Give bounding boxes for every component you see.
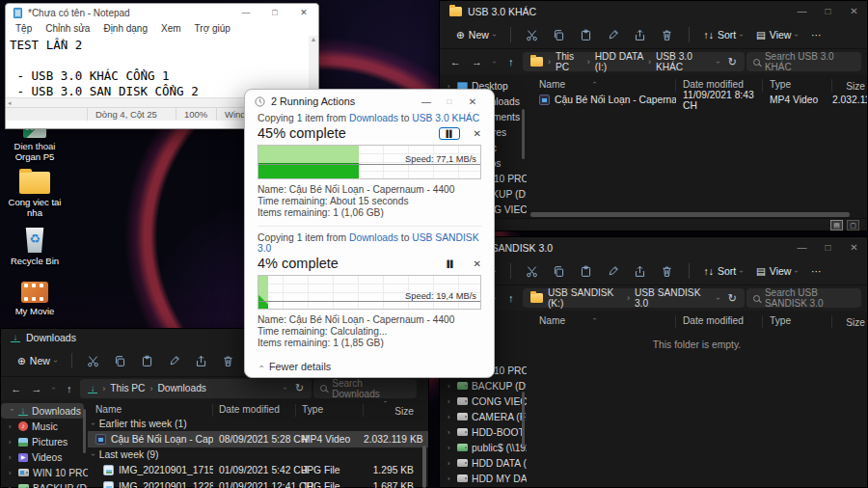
- minimize-icon[interactable]: —: [231, 8, 260, 17]
- destination-link[interactable]: USB 3.0 KHÁC: [412, 113, 479, 123]
- close-icon[interactable]: ✕: [841, 6, 867, 16]
- recent-locations-icon[interactable]: ›: [490, 56, 499, 67]
- column-header-name[interactable]: ›Name: [527, 79, 676, 92]
- chevron-down-icon[interactable]: ›: [281, 387, 289, 390]
- copy-icon[interactable]: [546, 264, 573, 278]
- details-view-icon[interactable]: ▤: [830, 220, 843, 230]
- more-button[interactable]: ···: [804, 260, 828, 282]
- minimize-icon[interactable]: —: [789, 6, 815, 16]
- sidebar-item-downloads[interactable]: ›↓Downloads: [1, 403, 84, 419]
- desktop-icon-cong-viec[interactable]: Cong viec tai nha: [4, 172, 66, 218]
- sidebar-item-public-share[interactable]: ›public$ (\\192.1: [440, 440, 527, 455]
- horizontal-scrollbar[interactable]: [530, 212, 850, 217]
- cancel-copy-icon[interactable]: ✕: [460, 128, 481, 139]
- forward-icon[interactable]: →: [467, 56, 486, 68]
- share-icon[interactable]: [627, 264, 654, 278]
- titlebar[interactable]: USB SANDISK 3.0 — □ ✕: [440, 237, 867, 258]
- view-button[interactable]: ▤View›: [749, 24, 804, 45]
- source-link[interactable]: Downloads: [349, 232, 398, 243]
- delete-icon[interactable]: [654, 28, 681, 41]
- sidebar-item-backup[interactable]: ›BACKUP (D:): [440, 378, 527, 393]
- menu-tep[interactable]: Tệp: [15, 23, 32, 34]
- sidebar-scrollbar[interactable]: [522, 109, 525, 159]
- breadcrumb[interactable]: This PC: [110, 383, 145, 393]
- recent-locations-icon[interactable]: ›: [48, 383, 57, 393]
- sidebar-item-cong-viec[interactable]: ›CONG VIEC (E:): [440, 393, 527, 409]
- column-header-size[interactable]: ›Size: [364, 406, 414, 417]
- new-button[interactable]: ⊕New›: [11, 350, 64, 371]
- copy-icon[interactable]: [546, 28, 573, 41]
- sidebar-item-pictures[interactable]: ›Pictures: [1, 434, 88, 449]
- sort-button[interactable]: ↑↓Sort›: [697, 260, 749, 282]
- close-icon[interactable]: ✕: [289, 8, 318, 17]
- cut-icon[interactable]: [519, 264, 546, 278]
- cut-icon[interactable]: [519, 28, 546, 41]
- sidebar-scrollbar[interactable]: [83, 409, 86, 453]
- refresh-icon[interactable]: ↻: [728, 56, 737, 68]
- up-icon[interactable]: ↑: [60, 383, 78, 394]
- view-button[interactable]: ▤View›: [749, 260, 804, 282]
- menu-dinh-dang[interactable]: Định dạng: [103, 23, 148, 34]
- column-header-type[interactable]: Type: [763, 315, 832, 328]
- minimize-icon[interactable]: —: [789, 242, 815, 253]
- column-header-date[interactable]: Date modified: [213, 404, 296, 417]
- desktop-icon-recycle-bin[interactable]: Recycle Bin: [4, 228, 66, 266]
- maximize-icon[interactable]: □: [815, 6, 841, 16]
- cut-icon[interactable]: [80, 354, 107, 367]
- column-header-size[interactable]: Size: [832, 317, 867, 328]
- desktop-icon-my-movie[interactable]: My Movie: [4, 282, 66, 316]
- icons-view-icon[interactable]: ▢: [847, 220, 859, 230]
- paste-icon[interactable]: [134, 354, 161, 367]
- file-row[interactable]: Cậu Bé Nối Loạn - Capernaum - 4400 11/09…: [527, 92, 867, 108]
- group-header[interactable]: ›Earlier this week (1): [88, 417, 428, 431]
- rename-icon[interactable]: [600, 28, 627, 41]
- rename-icon[interactable]: [600, 264, 627, 278]
- file-row[interactable]: IMG_20210901_122807_177 01/09/2021 12:41…: [88, 478, 428, 488]
- breadcrumb[interactable]: USB SANDISK (K:): [548, 287, 622, 309]
- breadcrumb[interactable]: USB SANDISK 3.0: [635, 287, 707, 309]
- back-icon[interactable]: ←: [7, 383, 25, 394]
- fewer-details-button[interactable]: › Fewer details: [258, 349, 481, 372]
- sidebar-item-hdd-my-data[interactable]: ›HDD MY DATA (: [440, 471, 527, 486]
- column-header-date[interactable]: Date modified: [676, 79, 763, 92]
- copy-icon[interactable]: [107, 354, 134, 367]
- paste-icon[interactable]: [573, 28, 600, 41]
- maximize-icon[interactable]: □: [815, 242, 841, 253]
- share-icon[interactable]: [627, 28, 654, 41]
- sidebar-item-camera[interactable]: ›CAMERA (F:): [440, 409, 527, 424]
- chevron-down-icon[interactable]: ›: [714, 61, 722, 64]
- rename-icon[interactable]: [161, 354, 188, 367]
- up-icon[interactable]: ↑: [502, 292, 521, 304]
- address-bar[interactable]: USB SANDISK (K:) ›USB SANDISK 3.0 › ↻: [523, 288, 745, 308]
- menu-chinh-sua[interactable]: Chỉnh sửa: [45, 23, 90, 34]
- dialog-titlebar[interactable]: 2 Running Actions — □ ✕: [245, 90, 494, 113]
- search-input[interactable]: Search Downloads: [313, 379, 417, 398]
- file-row[interactable]: Cậu Bé Nối Loạn - Capernaum - 4400 08/09…: [88, 431, 428, 447]
- titlebar[interactable]: USB 3.0 KHÁC — □ ✕: [440, 1, 867, 21]
- breadcrumb[interactable]: HDD DATA (I:): [595, 51, 643, 72]
- column-header-date[interactable]: Date modified: [676, 315, 763, 328]
- sidebar-item-hdd-boot[interactable]: ›HDD-BOOT (G:): [440, 424, 527, 440]
- maximize-icon[interactable]: □: [260, 8, 289, 17]
- group-header[interactable]: ›Last week (9): [88, 447, 428, 462]
- refresh-icon[interactable]: ↻: [728, 292, 737, 305]
- share-icon[interactable]: [188, 354, 215, 367]
- sidebar-item-hdd-data[interactable]: ›HDD DATA (I:): [440, 455, 527, 471]
- restore-icon[interactable]: □: [438, 97, 461, 106]
- delete-icon[interactable]: [215, 354, 242, 367]
- address-bar[interactable]: ↓ ›This PC ›Downloads › ↻: [80, 379, 312, 398]
- pause-button[interactable]: ▐▌: [441, 258, 460, 269]
- refresh-icon[interactable]: ↻: [295, 382, 304, 394]
- minimize-icon[interactable]: —: [415, 96, 438, 107]
- sidebar-item-win10pro[interactable]: ›WIN 10 PRO (C:): [1, 465, 88, 480]
- cancel-copy-icon[interactable]: ✕: [460, 258, 481, 269]
- search-input[interactable]: Search USB SANDISK 3.0: [746, 288, 861, 308]
- column-header-type[interactable]: Type: [763, 79, 832, 92]
- breadcrumb[interactable]: This PC: [556, 51, 583, 72]
- close-icon[interactable]: ✕: [841, 242, 867, 253]
- pause-button[interactable]: ▐▌: [439, 127, 460, 140]
- forward-icon[interactable]: →: [27, 383, 45, 394]
- sidebar-item-backup[interactable]: ›BACKUP (D:): [1, 480, 88, 488]
- more-button[interactable]: ···: [804, 24, 828, 45]
- file-row[interactable]: IMG_20210901_171552_404 01/09/2021 5:42 …: [88, 462, 428, 478]
